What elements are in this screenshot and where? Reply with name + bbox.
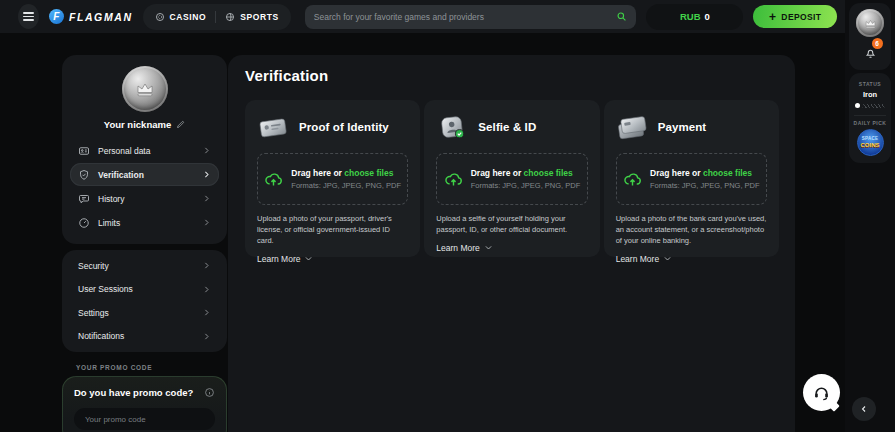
file-dropzone[interactable]: Drag here or choose files Formats: JPG, … [616, 153, 767, 205]
choose-files-link[interactable]: choose files [344, 168, 393, 178]
right-rail: 6 STATUS Iron DAILY PICK SPACE COINS [845, 0, 895, 432]
chevron-right-icon [202, 194, 211, 203]
link-label: User Sessions [78, 284, 133, 294]
notifications-button[interactable]: 6 [864, 45, 877, 63]
status-value: Iron [863, 90, 877, 99]
notification-badge: 6 [872, 38, 883, 49]
promo-title: Do you have promo code? [74, 387, 193, 398]
menu-item-personal-data[interactable]: Personal data [70, 139, 219, 162]
learn-more-button[interactable]: Learn More [616, 254, 672, 264]
learn-more-button[interactable]: Learn More [436, 243, 492, 253]
learn-more-label: Learn More [616, 254, 659, 264]
primary-nav: CASINO SPORTS [143, 4, 291, 30]
search-input[interactable] [314, 12, 617, 22]
nav-casino[interactable]: CASINO [155, 12, 207, 22]
card-payment: Payment Drag here or choose files Format… [604, 100, 779, 257]
learn-more-label: Learn More [436, 243, 479, 253]
deposit-label: DEPOSIT [781, 12, 821, 22]
menu-item-verification[interactable]: Verification [70, 163, 219, 186]
screen: F FLAGMAN CASINO SPORTS RUB 0 + DEPOSIT [0, 0, 895, 432]
selfie-id-3d-icon [436, 114, 468, 141]
chat-bubble-icon [78, 193, 90, 205]
drag-here-text: Drag here or [650, 168, 701, 178]
crown-icon [133, 77, 157, 101]
crown-icon [863, 16, 878, 31]
file-dropzone[interactable]: Drag here or choose files Formats: JPG, … [436, 153, 587, 205]
promo-code-input[interactable] [74, 408, 215, 430]
chevron-right-icon [202, 170, 211, 179]
main-panel: Verification Proof of Identity Drag here… [228, 55, 795, 432]
formats-text: Formats: JPG, JPEG, PNG, PDF [650, 181, 760, 190]
status-card: STATUS Iron DAILY PICK SPACE COINS [849, 73, 891, 163]
nav-sports[interactable]: SPORTS [225, 12, 279, 22]
chevron-down-icon [663, 254, 672, 263]
chevron-down-icon [484, 243, 493, 252]
chevron-right-icon [202, 308, 211, 317]
daily-pick-label: DAILY PICK [854, 120, 887, 126]
topbar: F FLAGMAN CASINO SPORTS RUB 0 + DEPOSIT [0, 0, 845, 33]
card-description: Upload a photo of the bank card you've u… [616, 214, 767, 247]
promo-header: Do you have promo code? [74, 387, 215, 398]
link-user-sessions[interactable]: User Sessions [70, 278, 219, 302]
link-label: Security [78, 261, 109, 271]
casino-chip-icon [155, 12, 165, 22]
profile-rail-card: 6 [849, 3, 891, 70]
headset-icon [812, 383, 831, 402]
menu-item-label: History [98, 194, 124, 204]
card-proof-of-identity: Proof of Identity Drag here or choose fi… [245, 100, 420, 257]
link-settings[interactable]: Settings [70, 301, 219, 325]
learn-more-label: Learn More [257, 254, 300, 264]
hamburger-menu-button[interactable] [18, 4, 39, 29]
collapse-rail-button[interactable] [852, 397, 876, 421]
coins-badge-line2: COINS [860, 142, 879, 148]
card-selfie-and-id: Selfie & ID Drag here or choose files Fo… [424, 100, 599, 257]
card-header: Selfie & ID [436, 113, 587, 141]
card-title: Proof of Identity [299, 121, 389, 133]
support-chat-button[interactable] [803, 374, 840, 411]
menu-item-history[interactable]: History [70, 187, 219, 210]
search-icon [616, 11, 627, 22]
balance-pill[interactable]: RUB 0 [646, 4, 743, 30]
card-title: Payment [658, 121, 707, 133]
chevron-left-icon [859, 404, 869, 414]
card-header: Payment [616, 113, 767, 141]
hamburger-icon [23, 11, 34, 22]
edit-pencil-icon[interactable] [176, 120, 185, 129]
formats-text: Formats: JPG, JPEG, PNG, PDF [291, 181, 401, 190]
chevron-right-icon [202, 146, 211, 155]
menu-item-label: Limits [98, 218, 120, 228]
daily-pick-coins-badge[interactable]: SPACE COINS [857, 129, 884, 156]
menu-item-label: Personal data [98, 146, 150, 156]
nickname-text: Your nickname [104, 119, 171, 130]
info-icon[interactable] [204, 387, 215, 398]
sports-ball-icon [225, 12, 235, 22]
file-dropzone[interactable]: Drag here or choose files Formats: JPG, … [257, 153, 408, 205]
nav-divider [215, 11, 216, 23]
link-security[interactable]: Security [70, 254, 219, 278]
plus-icon: + [769, 11, 776, 23]
id-card-3d-icon [257, 114, 289, 141]
dropzone-text: Drag here or choose files Formats: JPG, … [650, 168, 760, 190]
balance-amount: 0 [705, 11, 710, 22]
choose-files-link[interactable]: choose files [703, 168, 752, 178]
bank-cards-3d-icon [616, 114, 648, 141]
logo[interactable]: F FLAGMAN [49, 9, 133, 24]
drag-here-text: Drag here or [291, 168, 342, 178]
balance-currency: RUB [680, 11, 701, 22]
chevron-right-icon [202, 218, 211, 227]
upload-icon [264, 170, 283, 189]
link-notifications[interactable]: Notifications [70, 325, 219, 349]
learn-more-button[interactable]: Learn More [257, 254, 313, 264]
user-avatar[interactable] [856, 9, 884, 37]
profile-menu: Personal data Verification History Limit… [70, 139, 219, 234]
search-bar [305, 5, 637, 29]
upload-icon [444, 170, 463, 189]
menu-item-label: Verification [98, 170, 144, 180]
card-description: Upload a selfie of yourself holding your… [436, 214, 587, 236]
verification-cards: Proof of Identity Drag here or choose fi… [245, 100, 779, 257]
link-label: Settings [78, 308, 109, 318]
choose-files-link[interactable]: choose files [524, 168, 573, 178]
menu-item-limits[interactable]: Limits [70, 211, 219, 234]
drag-here-text: Drag here or [471, 168, 522, 178]
deposit-button[interactable]: + DEPOSIT [753, 5, 837, 28]
